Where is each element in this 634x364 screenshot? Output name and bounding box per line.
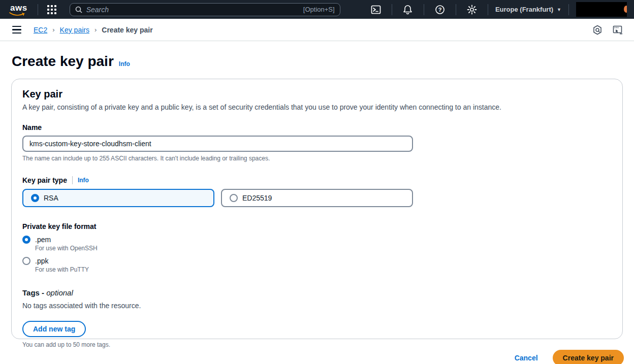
- breadcrumb-bar: EC2 › Key pairs › Create key pair: [0, 19, 634, 41]
- add-new-tag-button[interactable]: Add new tag: [22, 321, 86, 337]
- notifications-bell-icon[interactable]: [399, 2, 417, 17]
- menu-hamburger-icon[interactable]: [10, 24, 23, 36]
- rsa-label: RSA: [44, 194, 58, 202]
- create-key-pair-button[interactable]: Create key pair: [553, 350, 624, 364]
- chevron-down-icon: ▼: [557, 7, 561, 12]
- tags-label: Tags - optional: [22, 288, 612, 297]
- top-navigation-bar: aws Search [Option+S] ?: [0, 0, 634, 19]
- region-label: Europe (Frankfurt): [495, 6, 553, 13]
- name-input[interactable]: [22, 136, 413, 152]
- breadcrumb-ec2-link[interactable]: EC2: [34, 26, 47, 34]
- aws-logo[interactable]: aws: [7, 3, 30, 16]
- divider: [568, 4, 569, 15]
- aws-smile-icon: [9, 12, 25, 16]
- divider: [424, 4, 424, 15]
- pem-radio[interactable]: [22, 236, 30, 244]
- cancel-button[interactable]: Cancel: [515, 354, 538, 362]
- ed25519-label: ED25519: [242, 194, 272, 202]
- svg-text:?: ?: [438, 7, 442, 13]
- search-input[interactable]: Search [Option+S]: [70, 3, 340, 16]
- file-format-label: Private key file format: [22, 222, 612, 230]
- divider: [456, 4, 456, 15]
- services-grid-icon[interactable]: [45, 3, 58, 16]
- search-icon: [75, 6, 82, 13]
- page-title: Create key pair: [12, 53, 114, 70]
- pem-label: .pem: [35, 236, 51, 244]
- card-description: A key pair, consisting of a private key …: [22, 103, 612, 111]
- divider: [488, 4, 488, 15]
- key-type-rsa-tile[interactable]: RSA: [22, 189, 214, 207]
- divider: [38, 4, 38, 15]
- chevron-right-icon: ›: [52, 26, 54, 34]
- ppk-description: For use with PuTTY: [35, 266, 612, 273]
- account-menu-redacted[interactable]: [576, 2, 627, 17]
- chevron-right-icon: ›: [94, 26, 97, 34]
- region-selector[interactable]: Europe (Frankfurt) ▼: [495, 6, 561, 13]
- account-avatar-sliver: [624, 6, 627, 13]
- split-panel-icon[interactable]: [612, 24, 624, 36]
- ppk-option-row[interactable]: .ppk: [22, 257, 612, 265]
- ppk-label: .ppk: [35, 257, 48, 265]
- rsa-radio[interactable]: [31, 194, 39, 202]
- tags-empty-text: No tags associated with the resource.: [22, 302, 612, 310]
- breadcrumb: EC2 › Key pairs › Create key pair: [34, 26, 153, 34]
- page-info-link[interactable]: Info: [119, 60, 130, 68]
- search-placeholder: Search: [86, 6, 299, 14]
- divider: [72, 176, 73, 184]
- key-type-ed25519-tile[interactable]: ED25519: [221, 189, 413, 207]
- key-pair-type-info-link[interactable]: Info: [78, 177, 89, 184]
- pem-description: For use with OpenSSH: [35, 245, 612, 252]
- breadcrumb-key-pairs-link[interactable]: Key pairs: [60, 26, 89, 34]
- ed25519-radio[interactable]: [230, 194, 238, 202]
- search-shortcut: [Option+S]: [303, 6, 335, 13]
- name-hint: The name can include up to 255 ASCII cha…: [22, 155, 612, 162]
- tags-optional-label: optional: [46, 288, 73, 297]
- pem-option-row[interactable]: .pem: [22, 236, 612, 244]
- settings-gear-icon[interactable]: [463, 2, 481, 17]
- aws-logo-text: aws: [10, 3, 27, 13]
- divider: [392, 4, 392, 15]
- key-pair-type-label: Key pair type: [22, 176, 67, 184]
- help-icon[interactable]: ?: [431, 2, 449, 17]
- amazon-q-icon[interactable]: [591, 24, 604, 36]
- key-pair-card: Key pair A key pair, consisting of a pri…: [11, 79, 623, 339]
- name-label: Name: [22, 123, 612, 131]
- ppk-radio[interactable]: [22, 257, 30, 265]
- card-title: Key pair: [22, 88, 612, 100]
- breadcrumb-current: Create key pair: [102, 26, 152, 34]
- cloudshell-icon[interactable]: [367, 2, 385, 17]
